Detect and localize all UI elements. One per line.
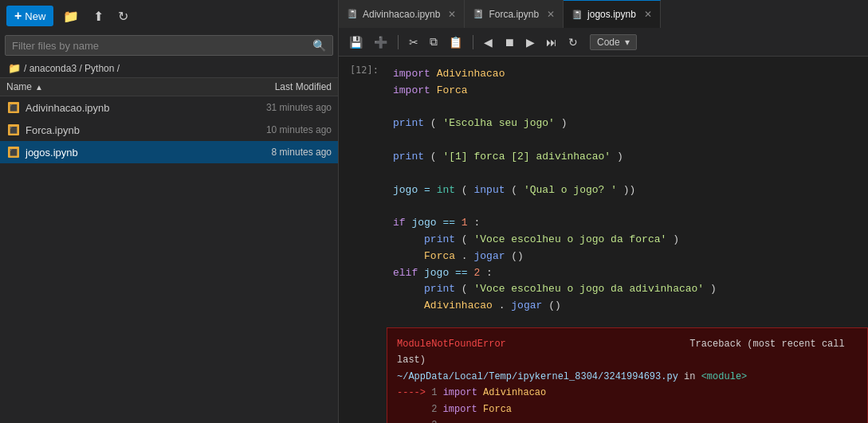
file-row[interactable]: ⬛ Forca.ipynb 10 minutes ago [0,119,338,141]
cut-button[interactable]: ✂ [405,33,422,51]
tab-label: Adivinhacao.ipynb [363,9,440,20]
file-icon: ⬛ [6,146,21,159]
code-text: . [499,300,505,311]
keyword: import [393,84,430,96]
tab-close-button[interactable]: ✕ [448,9,456,20]
run-button[interactable]: ▶ [522,33,539,51]
tab-forca[interactable]: 📓 Forca.ipynb ✕ [465,0,564,28]
new-button[interactable]: + New [6,6,53,26]
code-line: if jogo == 1 : [393,215,862,232]
breadcrumb-path: / anaconda3 / Python / [24,63,120,74]
tab-close-button[interactable]: ✕ [644,9,652,20]
file-name: Forca.ipynb [26,124,228,136]
code-line-empty [393,166,862,182]
save-button[interactable]: 💾 [345,33,367,51]
refresh-button[interactable]: ↻ [113,6,133,27]
notebook-toolbar: 💾 ➕ ✂ ⧉ 📋 ◀ ⏹ ▶ ⏭ ↻ Code ▾ [339,28,868,57]
right-panel: 📓 Adivinhacao.ipynb ✕ 📓 Forca.ipynb ✕ 📓 … [339,0,868,423]
ipynb-icon: ⬛ [8,124,19,135]
run-forward-button[interactable]: ⏭ [542,33,561,51]
indent [393,283,418,295]
code-text: : [473,217,480,229]
variable: jogo [424,267,449,279]
upload-file-button[interactable]: ⬆ [88,6,108,27]
add-cell-button[interactable]: ➕ [370,33,391,51]
method-call: jogar [511,300,542,311]
modified-column-header[interactable]: Last Modified [220,81,332,92]
tab-close-button[interactable]: ✕ [547,9,555,20]
tab-bar: 📓 Adivinhacao.ipynb ✕ 📓 Forca.ipynb ✕ 📓 … [339,0,868,28]
file-modified: 31 minutes ago [228,102,332,113]
folder-upload-icon: 📁 [63,10,79,23]
code-line: print ( 'Voce escolheu o jogo da forca' … [393,232,862,249]
plus-icon: + [14,9,22,23]
file-list-header: Name ▲ Last Modified [0,77,338,96]
paste-button[interactable]: 📋 [445,33,466,51]
operator: = [424,184,437,196]
line-number: 3 [397,420,437,423]
code-line: print ( '[1] forca [2] adivinhacao' ) [393,149,862,166]
variable: jogo [411,217,436,229]
name-column-header[interactable]: Name ▲ [6,81,220,92]
code-text: () [548,300,561,311]
code-line: elif jogo == 2 : [393,265,862,282]
error-in-text: in [684,371,701,382]
builtin-fn: print [424,233,455,245]
file-row[interactable]: ⬛ Adivinhacao.ipynb 31 minutes ago [0,96,338,119]
upload-folder-button[interactable]: 📁 [58,6,84,27]
code-text: ( [430,151,437,163]
number-literal: 1 [461,217,468,229]
code-text: ( [461,184,468,196]
code-line-empty [393,198,862,215]
error-trace-line: ----> 1 import Adivinhacao [397,385,858,401]
run-back-button[interactable]: ◀ [480,33,497,51]
indent [393,300,418,311]
error-trace-line: 3 [397,417,858,423]
code-line-empty [393,132,862,149]
file-modified: 10 minutes ago [228,124,332,135]
code-text: ( [461,283,468,295]
builtin-fn: input [473,184,505,196]
tab-jogos[interactable]: 📓 jogos.ipynb ✕ [564,0,661,28]
error-arrow: ----> [397,387,431,398]
error-file-line: ~/AppData/Local/Temp/ipykernel_8304/3241… [397,369,858,385]
string-literal: 'Escolha seu jogo' [442,117,554,129]
string-literal: 'Voce escolheu o jogo da forca' [473,233,666,245]
sort-arrow-icon: ▲ [35,83,43,92]
error-file-path: ~/AppData/Local/Temp/ipykernel_8304/3241… [397,371,678,382]
class-ref: Adivinhacao [424,300,493,311]
code-text: : [486,267,493,279]
file-row-selected[interactable]: ⬛ jogos.ipynb 8 minutes ago [0,141,338,163]
keyword: elif [393,267,424,279]
code-line-empty [393,100,862,116]
ipynb-icon: ⬛ [8,147,19,158]
operator: == [442,217,461,229]
line-number: 2 [397,404,443,415]
class-name: Forca [483,404,512,415]
class-ref: Forca [424,250,455,262]
number-literal: 2 [473,267,480,279]
breadcrumb-folder-icon: 📁 [8,62,21,74]
code-line: print ( 'Escolha seu jogo' ) [393,116,862,132]
refresh-kernel-button[interactable]: ↻ [564,33,582,51]
copy-button[interactable]: ⧉ [426,33,442,51]
cell-type-dropdown[interactable]: Code ▾ [590,34,637,50]
string-literal: 'Qual o jogo? ' [524,184,617,196]
refresh-icon: ↻ [118,10,128,23]
indent [393,233,418,245]
code-cell: [12]: import Adivinhacao import Forca pr… [339,57,868,324]
code-text: ( [511,184,517,196]
class-name: Adivinhacao [483,387,546,398]
name-label: Name [6,81,32,92]
stop-button[interactable]: ⏹ [500,33,519,51]
search-input[interactable] [12,40,312,52]
breadcrumb: 📁 / anaconda3 / Python / [0,59,338,77]
indent [393,250,418,262]
string-literal: 'Voce escolheu o jogo da adivinhacao' [473,283,704,295]
code-line: Adivinhacao . jogar () [393,298,862,315]
code-line: print ( 'Voce escolheu o jogo da adivinh… [393,281,862,298]
tab-adivinhacao[interactable]: 📓 Adivinhacao.ipynb ✕ [339,0,465,28]
ipynb-icon: ⬛ [8,102,19,113]
notebook-content[interactable]: [12]: import Adivinhacao import Forca pr… [339,57,868,423]
notebook-icon: 📓 [571,10,583,20]
